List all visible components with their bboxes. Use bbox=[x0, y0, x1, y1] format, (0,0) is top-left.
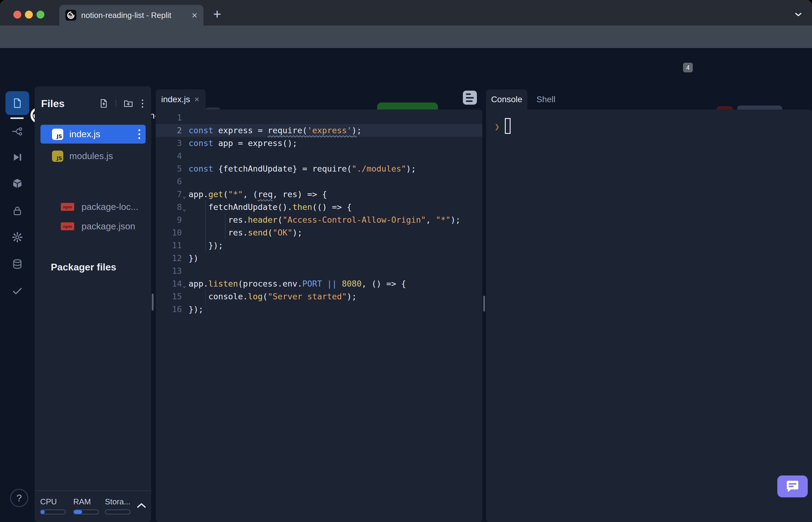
panel-resize-handle[interactable] bbox=[152, 294, 154, 310]
code-token: req bbox=[258, 189, 273, 199]
browser-window: notion-reading-list - Replit × + https:/… bbox=[0, 0, 812, 522]
line-number: 1 bbox=[156, 111, 182, 124]
code-line-4[interactable]: 4 bbox=[156, 150, 482, 162]
files-menu-icon[interactable] bbox=[141, 98, 144, 109]
window-zoom-button[interactable] bbox=[37, 11, 44, 19]
line-number: 13 bbox=[156, 265, 182, 277]
code-editor[interactable]: 12const express = require('express');3co… bbox=[156, 109, 482, 522]
code-token: res. bbox=[188, 228, 248, 237]
fold-chevron-icon[interactable]: ⌄ bbox=[182, 202, 186, 215]
packager-file-row[interactable]: npm package.json bbox=[35, 218, 151, 235]
code-token: ( bbox=[223, 189, 228, 199]
code-line-8[interactable]: 8⌄ fetchAndUpdate().then(() => { bbox=[156, 201, 482, 214]
ram-meter: RAM bbox=[73, 497, 99, 515]
new-tab-button[interactable]: + bbox=[210, 7, 224, 22]
fold-chevron-icon[interactable]: ⌄ bbox=[182, 189, 186, 202]
indent-guide bbox=[205, 239, 206, 252]
code-token: "Server started" bbox=[268, 292, 347, 301]
code-token bbox=[337, 279, 342, 288]
chat-button[interactable] bbox=[777, 476, 808, 497]
rail-files-icon[interactable] bbox=[5, 91, 29, 115]
code-token: console. bbox=[188, 292, 248, 301]
code-line-12[interactable]: 12}) bbox=[156, 252, 482, 265]
code-token: ( bbox=[263, 292, 268, 301]
tab-title: notion-reading-list - Replit bbox=[81, 11, 188, 20]
code-line-15[interactable]: 15 console.log("Server started"); bbox=[156, 290, 482, 303]
cpu-meter: CPU bbox=[40, 497, 66, 515]
line-number: 5 bbox=[156, 162, 182, 175]
window-minimize-button[interactable] bbox=[25, 11, 33, 19]
rail-database-icon[interactable] bbox=[5, 252, 29, 276]
editor-menu-icon[interactable] bbox=[463, 91, 477, 105]
code-token: listen bbox=[208, 279, 238, 288]
code-line-5[interactable]: 5const {fetchAndUpdate} = require("./mod… bbox=[156, 162, 482, 175]
code-line-11[interactable]: 11 }); bbox=[156, 239, 482, 252]
rail-secrets-lock-icon[interactable] bbox=[5, 199, 29, 223]
rail-settings-gear-icon[interactable] bbox=[5, 225, 29, 249]
new-folder-icon[interactable] bbox=[123, 98, 134, 108]
line-number: 8 bbox=[156, 201, 182, 214]
code-token: ; bbox=[357, 126, 362, 135]
editor-tab-close-icon[interactable]: × bbox=[194, 95, 199, 104]
packager-files-title: Packager files bbox=[51, 262, 116, 273]
code-token: require( bbox=[268, 126, 307, 135]
code-line-3[interactable]: 3const app = express(); bbox=[156, 137, 482, 150]
packager-file-row[interactable]: npm package-loc... bbox=[35, 198, 151, 215]
rail-checks-icon[interactable] bbox=[5, 279, 29, 303]
console-output[interactable]: ❯ bbox=[486, 109, 812, 522]
rail-version-control-icon[interactable] bbox=[5, 120, 29, 143]
code-token: app. bbox=[188, 189, 208, 199]
window-close-button[interactable] bbox=[13, 11, 21, 19]
panel-resize-handle[interactable] bbox=[483, 296, 485, 312]
new-file-icon[interactable] bbox=[99, 98, 109, 108]
browser-tab[interactable]: notion-reading-list - Replit × bbox=[59, 5, 203, 25]
indent-guide bbox=[205, 214, 206, 226]
line-number: 15 bbox=[156, 290, 182, 303]
code-line-14[interactable]: 14⌄app.listen(process.env.PORT || 8080, … bbox=[156, 277, 482, 290]
help-icon[interactable]: ? bbox=[10, 489, 28, 507]
file-row-modules-js[interactable]: JS modules.js bbox=[40, 147, 146, 165]
code-line-13[interactable]: 13 bbox=[156, 265, 482, 277]
code-token: , bbox=[426, 215, 436, 224]
line-number: 6 bbox=[156, 175, 182, 188]
rail-packages-icon[interactable] bbox=[5, 172, 29, 195]
file-options-icon[interactable] bbox=[138, 129, 140, 139]
code-line-9[interactable]: 9 res.header("Access-Control-Allow-Origi… bbox=[156, 214, 482, 226]
code-line-10[interactable]: 10 res.send("OK"); bbox=[156, 226, 482, 239]
tool-rail bbox=[0, 86, 35, 522]
line-number: 9 bbox=[156, 214, 182, 226]
code-token: "*" bbox=[436, 215, 451, 224]
editor-tab-index-js[interactable]: index.js × bbox=[156, 89, 206, 109]
tab-close-icon[interactable]: × bbox=[191, 11, 197, 20]
code-line-6[interactable]: 6 bbox=[156, 175, 482, 188]
code-token: ); bbox=[406, 164, 416, 174]
code-token: "*" bbox=[228, 189, 243, 199]
code-token: app = express(); bbox=[213, 138, 297, 148]
console-cursor bbox=[505, 118, 511, 134]
file-name: modules.js bbox=[69, 151, 146, 161]
code-line-7[interactable]: 7⌄app.get("*", (req, res) => { bbox=[156, 188, 482, 201]
line-number: 4 bbox=[156, 150, 182, 162]
indent-guide bbox=[225, 226, 226, 239]
code-token: fetchAndUpdate(). bbox=[188, 202, 292, 212]
fold-chevron-icon[interactable]: ⌄ bbox=[182, 279, 186, 292]
ram-meter-fill bbox=[74, 510, 82, 514]
file-name: index.js bbox=[69, 129, 138, 139]
browser-tabstrip: notion-reading-list - Replit × + bbox=[0, 0, 812, 25]
code-token: }); bbox=[188, 304, 203, 314]
tab-console[interactable]: Console bbox=[486, 89, 527, 109]
code-line-1[interactable]: 1 bbox=[156, 111, 482, 124]
file-row-index-js[interactable]: JS index.js bbox=[40, 125, 146, 144]
js-file-icon: JS bbox=[52, 129, 63, 140]
replit-favicon bbox=[65, 10, 76, 21]
rail-run-config-icon[interactable] bbox=[5, 145, 29, 169]
code-line-16[interactable]: 16}); bbox=[156, 303, 482, 316]
collapse-meters-icon[interactable] bbox=[136, 501, 147, 509]
tab-search-chevron-icon[interactable] bbox=[793, 9, 804, 19]
tab-shell[interactable]: Shell bbox=[532, 89, 560, 109]
code-token bbox=[322, 279, 327, 288]
code-token: (process.env. bbox=[238, 279, 302, 288]
code-area: 12const express = require('express');3co… bbox=[156, 111, 482, 316]
line-number: 7 bbox=[156, 188, 182, 201]
code-line-2[interactable]: 2const express = require('express'); bbox=[156, 124, 482, 137]
